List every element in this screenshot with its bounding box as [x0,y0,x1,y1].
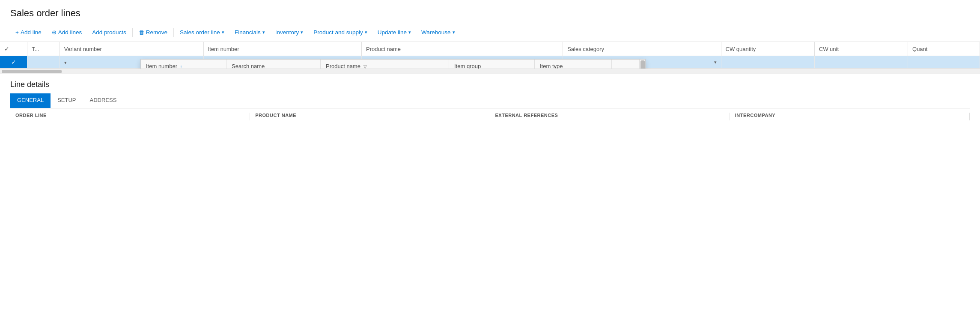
chevron-down-icon: ▾ [453,30,455,35]
order-line-section: ORDER LINE [10,113,250,120]
tab-bar: GENERAL SETUP ADDRESS [10,93,970,108]
col-header-variant: Variant number [60,42,203,56]
row-cwunit-cell [814,56,908,69]
col-header-check: ✓ [0,42,27,56]
col-header-product: Product name [362,42,563,56]
dropdown-col-item-number: Item number ↑ [141,60,226,69]
sales-order-line-button[interactable]: Sales order line ▾ [175,27,229,38]
line-details-section: Line details GENERAL SETUP ADDRESS ORDER… [0,74,980,120]
add-icon: + [15,29,19,36]
external-ref-section-title: EXTERNAL REFERENCES [495,113,724,118]
col-header-qty: Quant [908,42,980,56]
add-lines-button[interactable]: ⊕ Add lines [47,27,87,38]
chevron-down-icon: ▾ [64,60,67,65]
dropdown-scrollbar[interactable] [639,60,645,69]
financials-button[interactable]: Financials ▾ [229,27,270,38]
chevron-down-icon: ▾ [714,60,717,65]
row-qty-cell [908,56,980,69]
col-header-t: T... [27,42,60,56]
product-name-section-title: Product name [255,113,484,118]
dropdown-col-item-group: Item group [449,60,535,69]
col-header-sales-cat: Sales category [563,42,721,56]
chevron-down-icon: ▾ [408,30,411,35]
scrollbar-thumb [640,60,645,69]
col-header-item: Item number [203,42,361,56]
intercompany-section: INTERCOMPANY [730,113,970,120]
row-checkbox[interactable]: ✓ [0,56,27,69]
product-name-section: Product name [250,113,490,120]
tab-address[interactable]: ADDRESS [83,93,123,108]
dropdown-header: Item number ↑ Search name Product name ▽… [141,60,645,69]
add-products-button[interactable]: Add products [87,27,131,38]
remove-icon: 🗑 [139,29,144,36]
chevron-down-icon: ▾ [301,30,303,35]
page-title: Sales order lines [0,0,980,23]
col-header-cwunit: CW unit [814,42,908,56]
tab-setup[interactable]: SETUP [51,93,83,108]
row-cwqty-cell [721,56,814,69]
inventory-button[interactable]: Inventory ▾ [270,27,309,38]
check-icon: ✓ [4,45,9,52]
chevron-down-icon: ▾ [365,30,367,35]
update-line-button[interactable]: Update line ▾ [372,27,416,38]
remove-button[interactable]: 🗑 Remove [134,27,173,38]
external-references-section: EXTERNAL REFERENCES [490,113,730,120]
dropdown-col-item-type: Item type [535,60,612,69]
warehouse-button[interactable]: Warehouse ▾ [416,27,460,38]
tab-general[interactable]: GENERAL [10,93,51,108]
item-number-dropdown: Item number ↑ Search name Product name ▽… [140,59,646,69]
chevron-down-icon: ▾ [222,30,224,35]
sort-asc-icon: ↑ [180,64,182,69]
dropdown-col-product-name: Product name ▽ [321,60,449,69]
toolbar: + Add line ⊕ Add lines Add products 🗑 Re… [0,23,980,42]
col-header-cwqty: CW quantity [721,42,814,56]
bottom-sections: ORDER LINE Product name EXTERNAL REFEREN… [10,108,970,120]
order-line-section-title: ORDER LINE [15,113,244,118]
hscroll-thumb [2,70,62,73]
toolbar-separator-2 [173,28,174,37]
toolbar-separator [132,28,133,37]
add-line-button[interactable]: + Add line [10,27,47,38]
dropdown-col-search-name: Search name [226,60,321,69]
table-container: ✓ T... Variant number Item number Produc… [0,42,980,69]
product-and-supply-button[interactable]: Product and supply ▾ [308,27,372,38]
intercompany-section-title: INTERCOMPANY [735,113,964,118]
horizontal-scrollbar[interactable] [0,69,980,74]
line-details-title: Line details [10,80,970,89]
chevron-down-icon: ▾ [262,30,265,35]
filter-icon: ▽ [363,64,367,69]
row-t-cell [27,56,60,69]
add-lines-icon: ⊕ [52,29,57,36]
